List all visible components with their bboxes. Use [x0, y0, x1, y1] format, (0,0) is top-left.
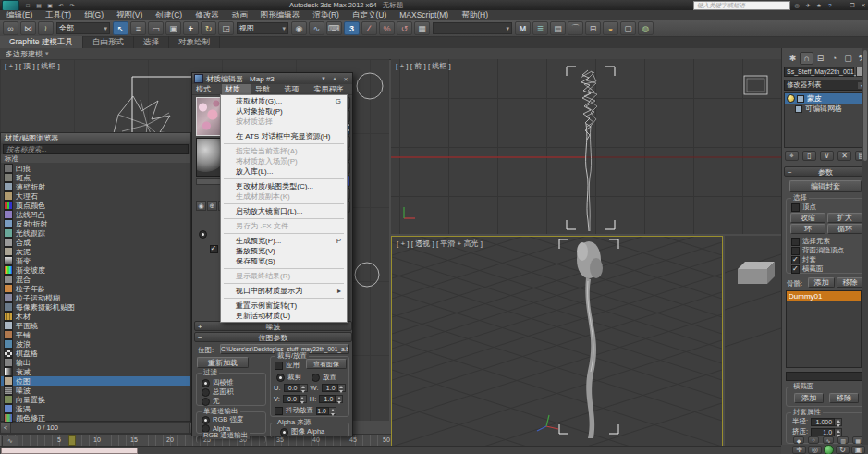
map-type-item[interactable]: 光线跟踪: [1, 228, 190, 238]
me-menu-utilities[interactable]: 实用程序(U): [311, 84, 353, 94]
ribbon-tab-selection[interactable]: 选择: [134, 36, 169, 48]
time-slider[interactable]: < 0 / 100 >: [0, 422, 201, 434]
pin-stack-button[interactable]: ⌖: [785, 151, 799, 161]
summed-area-radio[interactable]: [202, 388, 210, 397]
me-close-button[interactable]: ✕: [341, 75, 350, 82]
map-type-item[interactable]: 木材: [1, 312, 190, 321]
ribbon-tab-object-paint[interactable]: 对象绘制: [169, 36, 220, 48]
shrink-button[interactable]: 收缩: [790, 213, 825, 223]
save-file-button[interactable]: ▣: [45, 2, 55, 9]
envelope-visibility-button[interactable]: ○: [808, 436, 819, 444]
new-scene-button[interactable]: □: [23, 2, 32, 9]
bones-list[interactable]: Dummy01: [786, 290, 862, 368]
map-type-item[interactable]: 每像素摄影机贴图: [1, 302, 190, 312]
pan-view-button[interactable]: ✛: [792, 446, 806, 454]
me-menu-material[interactable]: 材质(M): [222, 84, 251, 94]
sample-slot-active-bitmap[interactable]: [196, 97, 222, 136]
undo-button[interactable]: ↶: [56, 2, 66, 9]
menu-item-make-preview[interactable]: 生成预览(P)...P: [221, 236, 347, 246]
percent-snap-button[interactable]: %: [379, 21, 395, 35]
ribbon-tab-graphite[interactable]: Graphite 建模工具: [0, 36, 83, 48]
make-unique-button[interactable]: ∨: [820, 151, 834, 161]
create-tab[interactable]: ✱: [786, 52, 800, 65]
sample-slot-scrollbar[interactable]: [196, 178, 222, 185]
select-and-move-button[interactable]: +: [183, 21, 199, 35]
menu-customize[interactable]: 自定义(U): [346, 10, 393, 20]
apply-checkbox[interactable]: [275, 362, 283, 370]
map-type-item[interactable]: 输出: [1, 358, 190, 367]
vertices-checkbox[interactable]: [791, 203, 800, 212]
remove-bone-button[interactable]: 移除: [837, 277, 863, 288]
menu-item-show-end-result[interactable]: 显示最终结果(R): [221, 271, 347, 281]
view-image-button[interactable]: 查看图像: [306, 359, 347, 369]
object-name-field[interactable]: Ss_Steff_May22th_001_A: [784, 67, 854, 77]
window-crossing-button[interactable]: ▣: [165, 21, 181, 35]
crop-v-spinner[interactable]: 0.0: [283, 395, 307, 403]
map-type-item[interactable]: 平面镜: [1, 321, 190, 330]
bone-item-selected[interactable]: Dummy01: [787, 291, 861, 301]
rgb-intensity-radio[interactable]: [202, 416, 210, 424]
jitter-spinner[interactable]: 1.0: [316, 407, 336, 415]
viewport-right-sliver[interactable]: [725, 236, 781, 450]
render-production-button[interactable]: ◍: [638, 21, 654, 35]
jitter-placement-checkbox[interactable]: [275, 407, 283, 415]
curve-editor-button[interactable]: ⌒: [568, 21, 583, 35]
map-type-item[interactable]: 衰减: [1, 367, 190, 376]
map-type-item[interactable]: 噪波: [1, 386, 190, 395]
orbit-steeringwheel-icon[interactable]: [824, 445, 834, 454]
help-icon[interactable]: ?: [825, 2, 835, 9]
map-type-item[interactable]: 斑点: [1, 173, 190, 182]
favorites-star-icon[interactable]: ★: [814, 2, 824, 9]
crop-w-spinner[interactable]: 1.0: [322, 384, 346, 392]
crop-h-spinner[interactable]: 1.0: [319, 395, 343, 403]
named-selection-sets-button[interactable]: ▦: [414, 21, 430, 35]
named-selection-dropdown[interactable]: ▾: [433, 22, 512, 34]
map-type-item[interactable]: 反射/折射: [1, 219, 190, 228]
menu-item-pick-from-object[interactable]: 从对象拾取(P): [221, 106, 347, 117]
orbit-button[interactable]: ↻: [836, 446, 850, 454]
modify-tab[interactable]: ∩: [800, 52, 813, 65]
loop-button[interactable]: 循环: [827, 224, 862, 234]
map-type-item[interactable]: 波浪: [1, 339, 190, 349]
cross-sections-checkbox[interactable]: [791, 265, 800, 274]
polygon-modeling-panel-label[interactable]: 多边形建模: [0, 49, 43, 59]
menu-views[interactable]: 视图(V): [110, 10, 149, 20]
mirror-button[interactable]: M: [515, 21, 531, 35]
selection-filter-dropdown[interactable]: 全部▾: [56, 22, 110, 34]
modifier-stack-item-editable-mesh[interactable]: 可编辑网格: [785, 104, 866, 114]
add-cross-section-button[interactable]: 添加: [794, 393, 824, 403]
map-type-item[interactable]: 平铺: [1, 330, 190, 339]
maxscript-mini-listener[interactable]: [1, 448, 138, 454]
viewport-front[interactable]: [ + ] [ 前 ] [ 线框 ]: [391, 59, 781, 234]
map-type-item[interactable]: 大理石: [1, 191, 190, 201]
map-type-item-selected[interactable]: 位图: [1, 376, 190, 386]
previous-frame-button[interactable]: <: [1, 423, 11, 433]
menu-item-put-to-scene[interactable]: 将材质放入场景(P): [221, 156, 347, 166]
layer-manager-button[interactable]: ▤: [550, 21, 566, 35]
rollout-bitmap-parameters[interactable]: −位图参数: [194, 332, 352, 342]
menu-tools[interactable]: 工具(T): [39, 10, 78, 20]
sample-slot-sphere[interactable]: [196, 138, 222, 177]
me-menu-modes[interactable]: 模式(D): [192, 84, 222, 94]
menu-maxscript[interactable]: MAXScript(M): [393, 10, 455, 20]
menu-item-assign-to-selection[interactable]: 指定给当前选择(A): [221, 146, 347, 156]
menu-item-put-to-library[interactable]: 放入库(L)...: [221, 166, 347, 177]
maximize-viewport-toggle-button[interactable]: ▣: [851, 446, 865, 454]
bind-to-space-warp-button[interactable]: ≀: [38, 21, 54, 35]
menu-rendering[interactable]: 渲染(R): [306, 10, 346, 20]
modifier-stack-item-skin[interactable]: 蒙皮: [785, 93, 866, 104]
menu-item-save-as-fx[interactable]: 另存为 .FX 文件: [221, 221, 347, 231]
close-button[interactable]: ✕: [859, 2, 868, 9]
put-material-to-scene-button[interactable]: ⊕: [207, 201, 217, 211]
add-bone-button[interactable]: 添加: [808, 277, 835, 288]
material-editor-button[interactable]: ◒: [603, 21, 618, 35]
keyboard-shortcut-override-button[interactable]: ⌨: [326, 21, 342, 35]
modifier-list-dropdown[interactable]: 修改器列表▾: [784, 80, 867, 91]
lightbulb-icon[interactable]: [787, 94, 795, 103]
menu-help[interactable]: 帮助(H): [455, 10, 495, 20]
edit-envelopes-button[interactable]: 编辑封套: [789, 180, 862, 192]
use-pivot-center-button[interactable]: ◉: [291, 21, 307, 35]
me-maximize-button[interactable]: ▲: [330, 75, 339, 82]
backface-cull-checkbox[interactable]: [791, 247, 800, 255]
map-type-item[interactable]: 渐变坡度: [1, 265, 190, 275]
